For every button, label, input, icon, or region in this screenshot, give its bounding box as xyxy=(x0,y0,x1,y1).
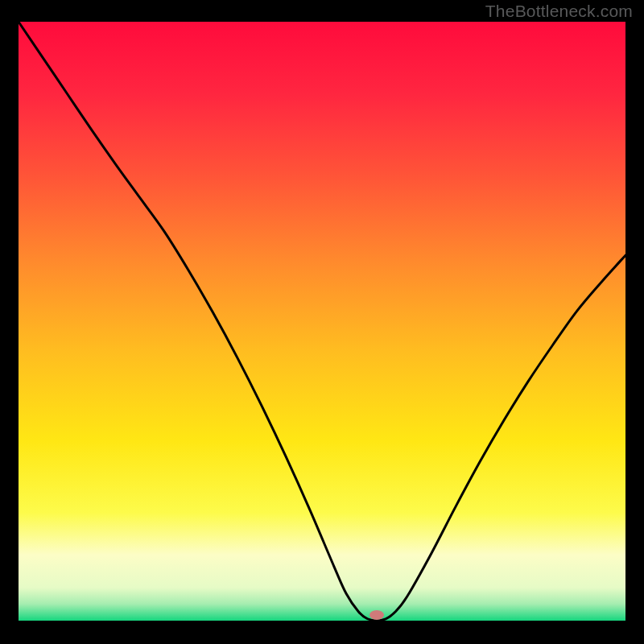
bottleneck-chart xyxy=(0,0,644,644)
chart-frame: TheBottleneck.com xyxy=(0,0,644,644)
optimal-point-marker xyxy=(369,610,384,620)
plot-background xyxy=(19,22,625,621)
watermark-text: TheBottleneck.com xyxy=(485,2,633,21)
